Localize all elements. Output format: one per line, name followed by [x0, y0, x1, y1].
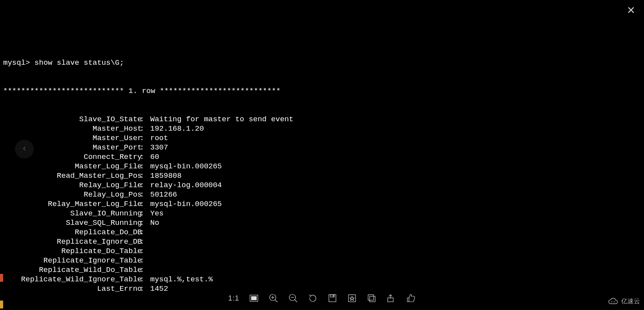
field-value: mysql-bin.000265 — [144, 199, 641, 209]
row-header: *************************** 1. row *****… — [3, 86, 641, 96]
field-value: 60 — [144, 152, 641, 162]
colon: : — [140, 275, 144, 284]
colon: : — [140, 162, 144, 171]
left-color-stripe — [0, 255, 3, 310]
colon: : — [140, 256, 144, 265]
field-value: 1859808 — [144, 171, 641, 181]
field-value — [144, 228, 641, 237]
like-icon[interactable] — [406, 293, 416, 303]
close-icon[interactable]: ✕ — [627, 5, 635, 15]
colon: : — [140, 152, 144, 162]
svg-rect-10 — [330, 295, 334, 297]
field-label: Read_Master_Log_Pos — [3, 171, 140, 181]
field-row: Replicate_Wild_Do_Table: — [3, 265, 641, 275]
watermark: 亿速云 — [607, 297, 640, 306]
zoom-ratio-label: 1:1 — [228, 294, 239, 303]
watermark-text: 亿速云 — [621, 297, 640, 306]
field-row: Master_Log_File: mysql-bin.000265 — [3, 162, 641, 171]
field-row: Master_Host: 192.168.1.20 — [3, 124, 641, 133]
field-row: Replicate_Do_Table: — [3, 246, 641, 256]
share-icon[interactable] — [386, 293, 396, 303]
field-value: 3307 — [144, 143, 641, 152]
sql-command: show slave status\G; — [35, 58, 124, 67]
field-value — [144, 237, 641, 246]
field-value: root — [144, 133, 641, 143]
field-value — [144, 246, 641, 256]
svg-line-7 — [295, 300, 297, 302]
colon: : — [140, 171, 144, 181]
copy-icon[interactable] — [367, 293, 377, 303]
field-value: 501266 — [144, 190, 641, 199]
field-value: 192.168.1.20 — [144, 124, 641, 133]
field-value: No — [144, 218, 641, 228]
field-row: Replicate_Wild_Ignore_Table: mysql.%,tes… — [3, 275, 641, 284]
field-row: Read_Master_Log_Pos: 1859808 — [3, 171, 641, 181]
field-value: Yes — [144, 209, 641, 218]
colon: : — [140, 143, 144, 152]
field-label: Replicate_Wild_Do_Table — [3, 265, 140, 275]
svg-rect-15 — [370, 296, 375, 302]
colon: : — [140, 190, 144, 199]
colon: : — [140, 209, 144, 218]
zoom-in-icon[interactable] — [268, 293, 279, 303]
svg-rect-14 — [368, 295, 374, 300]
field-row: Relay_Log_Pos: 501266 — [3, 190, 641, 199]
field-label: Slave_IO_State — [3, 115, 140, 124]
field-value: mysql.%,test.% — [144, 275, 641, 284]
colon: : — [140, 265, 144, 275]
field-row: Slave_SQL_Running: No — [3, 218, 641, 228]
image-viewer-toolbar: 1:1 — [0, 289, 644, 308]
zoom-out-icon[interactable] — [288, 293, 298, 303]
mysql-prompt: mysql> — [3, 58, 35, 67]
colon: : — [140, 246, 144, 256]
field-row: Master_Port: 3307 — [3, 143, 641, 152]
chevron-left-icon: ‹ — [22, 144, 27, 154]
field-row: Replicate_Ignore_DB: — [3, 237, 641, 246]
bookmark-icon[interactable] — [347, 293, 357, 303]
colon: : — [140, 228, 144, 237]
field-row: Relay_Log_File: relay-log.000004 — [3, 181, 641, 190]
field-label: Master_Log_File — [3, 162, 140, 171]
colon: : — [140, 237, 144, 246]
svg-point-17 — [611, 301, 612, 302]
field-value: relay-log.000004 — [144, 181, 641, 190]
colon: : — [140, 115, 144, 124]
terminal-output: mysql> show slave status\G; ************… — [0, 38, 644, 310]
previous-nav-button[interactable]: ‹ — [15, 140, 34, 159]
field-label: Relay_Master_Log_File — [3, 199, 140, 209]
field-row: Replicate_Ignore_Table: — [3, 256, 641, 265]
field-row: Master_User: root — [3, 133, 641, 143]
svg-marker-13 — [350, 296, 354, 301]
colon: : — [140, 133, 144, 143]
svg-point-18 — [614, 301, 615, 302]
cloud-logo-icon — [607, 297, 619, 305]
field-label: Replicate_Ignore_Table — [3, 256, 140, 265]
field-row: Replicate_Do_DB: — [3, 228, 641, 237]
field-label: Relay_Log_Pos — [3, 190, 140, 199]
field-label: Slave_IO_Running — [3, 209, 140, 218]
command-line: mysql> show slave status\G; — [3, 58, 641, 67]
colon: : — [140, 199, 144, 209]
field-label: Replicate_Do_DB — [3, 228, 140, 237]
svg-rect-1 — [251, 296, 257, 300]
field-row: Relay_Master_Log_File: mysql-bin.000265 — [3, 199, 641, 209]
colon: : — [140, 181, 144, 190]
field-label: Slave_SQL_Running — [3, 218, 140, 228]
rotate-icon[interactable] — [308, 293, 318, 303]
field-value: mysql-bin.000265 — [144, 162, 641, 171]
svg-line-3 — [275, 300, 277, 302]
save-icon[interactable] — [327, 293, 338, 303]
field-row: Slave_IO_Running: Yes — [3, 209, 641, 218]
field-value — [144, 256, 641, 265]
fullscreen-icon[interactable] — [249, 293, 259, 303]
status-fields: Slave_IO_State: Waiting for master to se… — [3, 115, 641, 294]
colon: : — [140, 218, 144, 228]
field-label: Master_Host — [3, 124, 140, 133]
svg-rect-11 — [333, 295, 334, 297]
field-label: Replicate_Do_Table — [3, 246, 140, 256]
field-value: Waiting for master to send event — [144, 115, 641, 124]
field-row: Slave_IO_State: Waiting for master to se… — [3, 115, 641, 124]
field-value — [144, 265, 641, 275]
field-row: Connect_Retry: 60 — [3, 152, 641, 162]
field-label: Replicate_Ignore_DB — [3, 237, 140, 246]
